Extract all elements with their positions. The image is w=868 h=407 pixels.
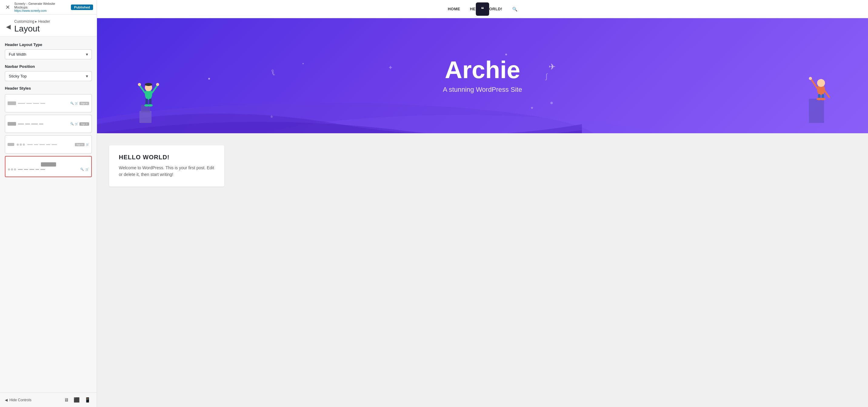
nav-line [18, 124, 24, 125]
style-4-bottom-row: 🔍 🛒 [8, 168, 89, 171]
navbar-position-wrapper: Sticky Top Static Fixed ▼ [5, 71, 92, 81]
hero-figure-left [133, 62, 164, 124]
svg-line-27 [811, 79, 817, 88]
style-2-cart-icon: 🛒 [75, 122, 78, 125]
hero-figure-right [804, 56, 838, 124]
nav-line [24, 169, 28, 170]
layout-type-select[interactable]: Full Width Boxed Fluid [5, 49, 92, 59]
style-1-search-icon: 🔍 [70, 102, 74, 105]
hero-title: Archie [443, 58, 522, 82]
nav-search-icon[interactable]: 🔍 [512, 7, 517, 11]
style-option-2[interactable]: 🔍 🛒 Sign In [5, 115, 92, 133]
logo-icon: ❝ [481, 6, 484, 12]
style-4-cart-icon: 🛒 [86, 168, 89, 171]
svg-line-15 [140, 85, 145, 93]
nav-line [40, 169, 45, 170]
nav-item-home[interactable]: HOME [447, 7, 460, 11]
hero-subtitle: A stunning WordPress Site [443, 86, 522, 94]
layout-type-wrapper: Full Width Boxed Fluid ▼ [5, 49, 92, 59]
svg-point-5 [550, 102, 553, 104]
svg-text:★: ★ [530, 106, 534, 110]
svg-point-0 [97, 103, 597, 133]
site-logo-badge: ❝ [476, 2, 489, 16]
style-1-inner: 🔍 🛒 Sign In [7, 101, 89, 105]
svg-point-1 [249, 115, 673, 133]
close-button[interactable]: ✕ [4, 3, 12, 11]
hide-controls-arrow: ◀ [5, 398, 7, 402]
social-dot [20, 143, 22, 146]
svg-point-18 [156, 83, 159, 86]
style-3-cart-icon: 🛒 [86, 143, 89, 146]
svg-point-17 [138, 83, 141, 86]
svg-text:★: ★ [270, 114, 274, 119]
hide-controls-button[interactable]: ◀ Hide Controls [5, 398, 32, 402]
svg-point-24 [145, 83, 152, 86]
style-option-1[interactable]: 🔍 🛒 Sign In [5, 94, 92, 112]
svg-point-2 [208, 78, 210, 80]
post-excerpt: Welcome to WordPress. This is your first… [119, 164, 215, 178]
breadcrumb-bar: ◀ Customizing ▸ Header Layout [0, 14, 97, 36]
site-content: HELLO WORLD! Welcome to WordPress. This … [97, 133, 868, 407]
url-info: Screely - Generate Website Mockups https… [14, 2, 68, 12]
style-2-search-icon: 🔍 [70, 122, 74, 125]
svg-point-23 [148, 104, 153, 107]
svg-point-28 [809, 77, 812, 80]
customizer-panel: ✕ Screely - Generate Website Mockups htt… [0, 0, 97, 407]
social-dot [11, 168, 13, 170]
social-dot [8, 168, 10, 170]
svg-rect-12 [140, 111, 152, 123]
site-title: Screely - Generate Website Mockups [14, 2, 68, 9]
style-1-actions: 🔍 🛒 Sign In [70, 102, 89, 105]
nav-line [52, 144, 57, 145]
page-title: Layout [14, 24, 92, 34]
style-3-actions: Sign In 🛒 [75, 143, 89, 146]
hero-banner: ★ ★ ℓ ∫ ✦ ✈ [97, 18, 868, 133]
breadcrumb-customizing: Customizing [14, 20, 34, 24]
nav-line [18, 103, 25, 104]
tablet-view-button[interactable]: ⬛ [72, 397, 81, 403]
mobile-view-button[interactable]: 📱 [83, 397, 92, 403]
breadcrumb: Customizing ▸ Header [14, 20, 92, 24]
nav-line [39, 124, 43, 125]
social-dot [23, 143, 25, 146]
style-4-center-logo [41, 162, 56, 167]
nav-line [26, 103, 32, 104]
nav-line [39, 144, 45, 145]
post-card: HELLO WORLD! Welcome to WordPress. This … [109, 145, 224, 186]
style-2-actions: 🔍 🛒 Sign In [70, 122, 89, 126]
header-styles-label: Header Styles [5, 86, 92, 91]
post-title: HELLO WORLD! [119, 154, 215, 161]
svg-text:✈: ✈ [549, 62, 556, 71]
svg-rect-25 [809, 99, 824, 123]
nav-line [35, 169, 39, 170]
nav-line [29, 169, 34, 170]
navbar-position-label: Navbar Position [5, 64, 92, 69]
layout-type-label: Header Layout Type [5, 42, 92, 47]
style-option-4[interactable]: 🔍 🛒 [5, 156, 92, 177]
style-2-logo [7, 122, 16, 126]
social-dot [14, 168, 16, 170]
nav-line [25, 124, 30, 125]
breadcrumb-header: Header [38, 20, 50, 24]
nav-line [18, 169, 23, 170]
view-icons: 🖥 ⬛ 📱 [63, 397, 92, 403]
style-3-logo [7, 143, 14, 146]
back-button[interactable]: ◀ [5, 22, 12, 32]
style-option-3[interactable]: Sign In 🛒 [5, 135, 92, 154]
navbar-position-select[interactable]: Sticky Top Static Fixed [5, 71, 92, 81]
style-4-social [8, 168, 16, 170]
style-1-nav [18, 103, 68, 104]
svg-text:ℓ: ℓ [270, 68, 276, 77]
style-3-social [17, 143, 25, 146]
nav-line [34, 144, 38, 145]
style-1-signin: Sign In [80, 102, 89, 105]
style-2-nav [18, 124, 68, 125]
panel-content: Header Layout Type Full Width Boxed Flui… [0, 36, 97, 393]
style-3-nav [27, 144, 72, 145]
style-3-inner: Sign In 🛒 [7, 143, 89, 146]
hide-controls-label: Hide Controls [9, 398, 32, 402]
style-4-search-icon: 🔍 [80, 168, 84, 171]
desktop-view-button[interactable]: 🖥 [63, 397, 70, 403]
style-1-cart-icon: 🛒 [75, 102, 78, 105]
svg-line-29 [825, 91, 829, 97]
